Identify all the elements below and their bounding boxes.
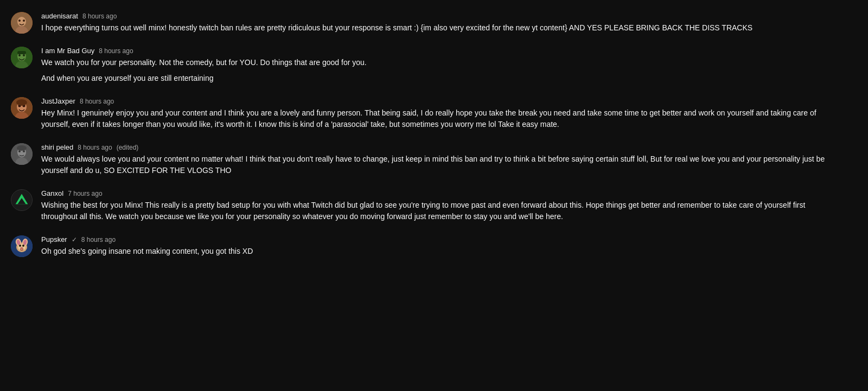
timestamp: 8 hours ago — [82, 12, 117, 20]
comment-header: I am Mr Bad Guy 8 hours ago — [41, 47, 857, 55]
username[interactable]: shiri peled — [41, 143, 73, 151]
username[interactable]: JustJaxper — [41, 97, 75, 105]
timestamp: 8 hours ago — [99, 47, 133, 55]
svg-point-3 — [18, 20, 21, 22]
avatar — [11, 189, 33, 211]
username[interactable]: Ganxol — [41, 189, 63, 197]
username[interactable]: Pupsker — [41, 235, 67, 243]
comment-text: I hope everything turns out well minx! h… — [41, 22, 828, 34]
comment-item: shiri peled 8 hours ago (edited) We woul… — [11, 137, 857, 183]
comment-header: Ganxol 7 hours ago — [41, 189, 857, 197]
comment-text: Wishing the best for you Minx! This real… — [41, 200, 828, 222]
comment-item: JustJaxper 8 hours ago Hey Minx! I genui… — [11, 91, 857, 137]
username[interactable]: audenisarat — [41, 12, 78, 20]
comment-item: I am Mr Bad Guy 8 hours ago We watch you… — [11, 40, 857, 91]
verified-checkmark: ✓ — [72, 236, 77, 243]
comment-header: audenisarat 8 hours ago — [41, 12, 857, 20]
svg-point-8 — [18, 54, 21, 56]
comment-text: Hey Minx! I genuinely enjoy you and your… — [41, 107, 828, 130]
comment-item: audenisarat 8 hours ago I hope everythin… — [11, 5, 857, 40]
comment-item: Ganxol 7 hours ago Wishing the best for … — [11, 183, 857, 229]
avatar — [11, 12, 33, 34]
svg-rect-10 — [17, 51, 26, 54]
timestamp: 8 hours ago — [80, 98, 114, 105]
timestamp: 8 hours ago — [78, 144, 112, 151]
comments-section: audenisarat 8 hours ago I hope everythin… — [0, 0, 868, 269]
username[interactable]: I am Mr Bad Guy — [41, 47, 94, 55]
svg-point-36 — [21, 247, 23, 249]
avatar — [11, 235, 33, 257]
svg-point-34 — [22, 245, 24, 247]
timestamp: 7 hours ago — [68, 190, 102, 197]
comment-content: I am Mr Bad Guy 8 hours ago We watch you… — [41, 47, 857, 84]
comment-text: Oh god she's going insane not making con… — [41, 246, 828, 257]
comment-item: Pupsker ✓ 8 hours ago Oh god she's going… — [11, 229, 857, 264]
comment-header: JustJaxper 8 hours ago — [41, 97, 857, 105]
comment-text: We would always love you and your conten… — [41, 153, 828, 176]
comment-header: shiri peled 8 hours ago (edited) — [41, 143, 857, 151]
comment-content: audenisarat 8 hours ago I hope everythin… — [41, 12, 857, 34]
svg-point-9 — [23, 54, 25, 56]
comment-content: Pupsker ✓ 8 hours ago Oh god she's going… — [41, 235, 857, 257]
svg-point-4 — [23, 20, 25, 22]
svg-point-16 — [16, 99, 27, 106]
comment-content: shiri peled 8 hours ago (edited) We woul… — [41, 143, 857, 176]
avatar — [11, 143, 33, 165]
comment-header: Pupsker ✓ 8 hours ago — [41, 235, 857, 243]
svg-point-33 — [19, 245, 21, 247]
comment-text: We watch you for your personality. Not t… — [41, 57, 828, 84]
comment-content: Ganxol 7 hours ago Wishing the best for … — [41, 189, 857, 222]
timestamp: 8 hours ago — [81, 236, 116, 243]
svg-point-22 — [17, 145, 27, 151]
comment-content: JustJaxper 8 hours ago Hey Minx! I genui… — [41, 97, 857, 130]
edited-label: (edited) — [117, 144, 139, 151]
avatar — [11, 97, 33, 119]
avatar — [11, 47, 33, 68]
